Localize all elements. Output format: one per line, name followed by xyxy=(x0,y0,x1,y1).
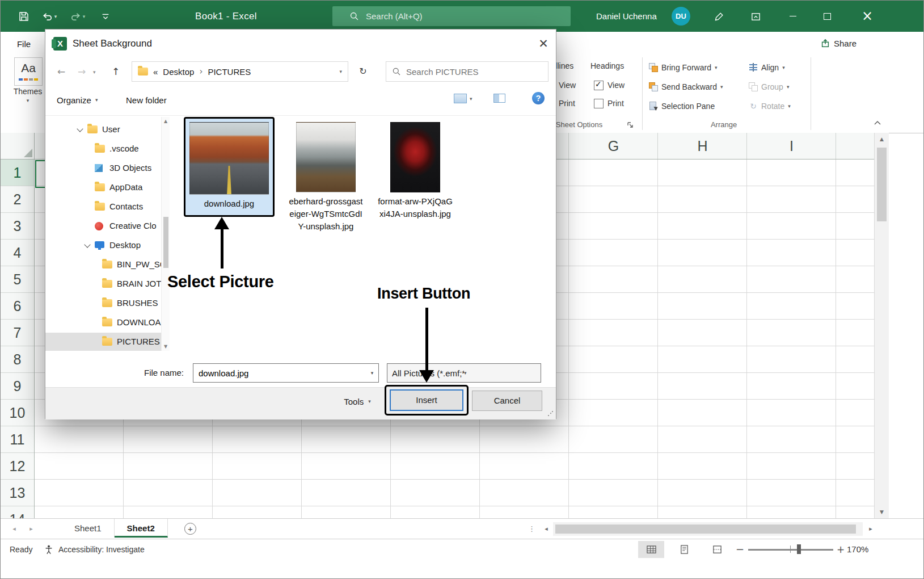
row-header-7[interactable]: 7 xyxy=(1,320,34,346)
tools-button[interactable]: Tools▾ xyxy=(334,392,381,411)
tree-scrollbar[interactable]: ▲ ▼ xyxy=(161,117,170,351)
organize-button[interactable]: Organize▾ xyxy=(57,91,98,109)
breadcrumb-item-pictures[interactable]: PICTURES xyxy=(208,67,251,77)
zoom-in-button[interactable]: + xyxy=(837,539,845,560)
refresh-button[interactable]: ↻ xyxy=(355,64,371,79)
chevron-down-icon[interactable] xyxy=(77,125,83,132)
row-header-6[interactable]: 6 xyxy=(1,293,34,320)
new-sheet-button[interactable]: + xyxy=(184,523,196,535)
insert-button[interactable]: Insert xyxy=(390,389,463,411)
file-name-caret-icon[interactable]: ▾ xyxy=(366,363,378,383)
inking-button[interactable] xyxy=(708,7,730,26)
dialog-search-input[interactable]: Search PICTURES xyxy=(386,61,549,82)
avatar[interactable]: DU xyxy=(672,7,690,26)
row-header-2[interactable]: 2 xyxy=(1,186,34,213)
tab-file[interactable]: File xyxy=(9,36,39,53)
user-name[interactable]: Daniel Uchenna xyxy=(596,1,657,32)
scroll-down-icon[interactable]: ▼ xyxy=(162,344,170,349)
normal-view-button[interactable] xyxy=(638,541,664,558)
send-backward-button[interactable]: Send Backward▾ xyxy=(649,79,723,95)
next-sheet-button[interactable]: ▸ xyxy=(24,519,38,539)
row-header-8[interactable]: 8 xyxy=(1,346,34,373)
zoom-slider-track[interactable] xyxy=(748,549,833,551)
row-header-4[interactable]: 4 xyxy=(1,240,34,266)
collapse-ribbon-button[interactable] xyxy=(870,116,885,129)
column-header-h[interactable]: H xyxy=(658,133,747,159)
themes-button[interactable]: Aa xyxy=(14,57,43,86)
share-button[interactable]: Share xyxy=(820,34,857,52)
scroll-up-icon[interactable]: ▲ xyxy=(875,136,889,142)
tree-item-pictures[interactable]: PICTURES xyxy=(45,333,162,351)
zoom-slider-thumb[interactable] xyxy=(797,544,801,554)
file-item-format-arw-pxjqagxi4ja-unsplash-jpg[interactable]: format-arw-PXjQaGxi4JA-unsplash.jpg xyxy=(375,119,455,220)
headings-print-checkbox[interactable] xyxy=(594,99,604,108)
row-header-10[interactable]: 10 xyxy=(1,400,34,426)
bring-forward-button[interactable]: Bring Forward▾ xyxy=(649,60,717,75)
scroll-up-icon[interactable]: ▲ xyxy=(162,119,170,124)
row-header-9[interactable]: 9 xyxy=(1,373,34,400)
sheet-tab-sheet1[interactable]: Sheet1 xyxy=(62,519,115,538)
close-window-button[interactable]: × xyxy=(850,1,884,32)
tree-item-vscode[interactable]: .vscode xyxy=(45,140,162,158)
forward-button[interactable]: → xyxy=(74,64,90,79)
tree-item-brushes[interactable]: BRUSHES xyxy=(45,294,162,312)
sheet-tab-sheet2[interactable]: Sheet2 xyxy=(115,519,168,538)
row-header-5[interactable]: 5 xyxy=(1,266,34,293)
vertical-scrollbar[interactable]: ▲ ▼ xyxy=(874,133,889,518)
tree-item-creative-clo[interactable]: Creative Clo xyxy=(45,217,162,235)
align-button[interactable]: Align▾ xyxy=(749,60,785,75)
tab-splitter-icon[interactable]: ⋮ xyxy=(528,519,535,539)
recent-locations-caret-icon[interactable]: ▾ xyxy=(93,69,96,75)
page-break-view-button[interactable] xyxy=(704,541,730,558)
row-header-11[interactable]: 11 xyxy=(1,426,34,453)
tree-item-downloa[interactable]: DOWNLOA xyxy=(45,313,162,332)
undo-button[interactable]: ▾ xyxy=(37,7,62,26)
previous-sheet-button[interactable]: ◂ xyxy=(7,519,21,539)
horizontal-scrollbar[interactable]: ◂ ▸ xyxy=(541,522,876,536)
tree-item-3d-objects[interactable]: 3D Objects xyxy=(45,159,162,177)
redo-button[interactable]: ▾ xyxy=(65,7,90,26)
resize-grip[interactable] xyxy=(547,411,553,417)
page-layout-view-button[interactable] xyxy=(671,541,697,558)
search-input[interactable]: Search (Alt+Q) xyxy=(332,6,571,26)
breadcrumb-collapsed[interactable]: « xyxy=(153,67,158,77)
row-header-13[interactable]: 13 xyxy=(1,480,34,506)
column-header-g[interactable]: G xyxy=(569,133,658,159)
horizontal-scrollbar-track[interactable] xyxy=(553,522,863,536)
selection-pane-button[interactable]: Selection Pane xyxy=(649,98,715,114)
preview-pane-button[interactable] xyxy=(493,94,505,103)
tree-item-desktop[interactable]: Desktop xyxy=(45,236,162,254)
tree-item-contacts[interactable]: Contacts xyxy=(45,198,162,216)
up-button[interactable]: ↑ xyxy=(108,64,124,79)
breadcrumb[interactable]: « Desktop › PICTURES ▾ xyxy=(132,61,348,82)
tree-item-brain-jot[interactable]: BRAIN JOT xyxy=(45,275,162,293)
row-header-12[interactable]: 12 xyxy=(1,453,34,480)
file-type-select[interactable]: All Pictures (*.emf;*.wmf;*.jpg;*. ▾ xyxy=(387,363,541,383)
customize-quick-access-button[interactable] xyxy=(96,7,115,26)
vertical-scrollbar-thumb[interactable] xyxy=(877,148,887,221)
minimize-button[interactable] xyxy=(779,1,807,32)
tree-item-user[interactable]: User xyxy=(45,120,162,139)
breadcrumb-item-desktop[interactable]: Desktop xyxy=(163,67,194,77)
tree-item-bin-pw-so[interactable]: BIN_PW_SO xyxy=(45,255,162,274)
change-view-caret-icon[interactable]: ▾ xyxy=(470,96,472,102)
tree-scrollbar-thumb[interactable] xyxy=(163,217,168,268)
headings-view-checkbox[interactable] xyxy=(594,81,604,90)
chevron-down-icon[interactable] xyxy=(84,241,90,247)
cancel-button[interactable]: Cancel xyxy=(472,391,542,411)
file-item-eberhard-grossgasteiger-wgtsmtcgdiy-unsplash-jpg[interactable]: eberhard-grossgasteiger-WgTSmtcGdIY-unsp… xyxy=(285,119,367,233)
file-name-input[interactable] xyxy=(193,363,379,383)
horizontal-scrollbar-thumb[interactable] xyxy=(555,525,856,534)
sheet-options-dialog-launcher-icon[interactable] xyxy=(627,121,634,128)
tree-item-appdata[interactable]: AppData xyxy=(45,178,162,196)
accessibility-status[interactable]: Accessibility: Investigate xyxy=(44,539,145,560)
titlebar[interactable]: ▾ ▾ Book1 - Excel Search (Alt+Q) Daniel … xyxy=(1,1,923,32)
maximize-button[interactable] xyxy=(813,1,841,32)
row-header-3[interactable]: 3 xyxy=(1,213,34,240)
address-caret-icon[interactable]: ▾ xyxy=(339,69,342,74)
scroll-right-icon[interactable]: ▸ xyxy=(865,522,876,536)
back-button[interactable]: ← xyxy=(53,64,69,79)
save-button[interactable] xyxy=(14,7,33,26)
column-header-i[interactable]: I xyxy=(747,133,836,159)
change-view-button[interactable] xyxy=(454,94,467,103)
